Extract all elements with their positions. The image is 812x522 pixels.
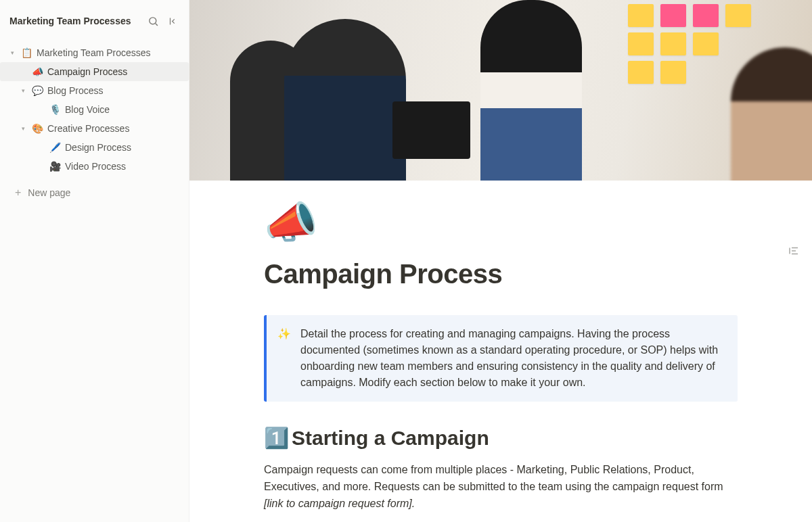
sidebar: Marketing Team Processes ▾ 📋 Marketing T… <box>0 0 189 522</box>
microphone-icon: 🎙️ <box>49 104 61 115</box>
new-page-label: New page <box>28 187 70 198</box>
sidebar-item-label: Blog Voice <box>65 104 182 115</box>
speech-bubble-icon: 💬 <box>31 85 43 96</box>
sidebar-item-campaign-process[interactable]: 📣 Campaign Process <box>0 62 189 81</box>
sidebar-item-design-process[interactable]: 🖊️ Design Process <box>0 138 189 157</box>
megaphone-icon: 📣 <box>31 66 43 77</box>
chevron-down-icon[interactable]: ▾ <box>19 87 27 94</box>
pen-icon: 🖊️ <box>49 142 61 153</box>
sidebar-item-creative-processes[interactable]: ▾ 🎨 Creative Processes <box>0 119 189 138</box>
outline-toggle-icon[interactable] <box>788 245 800 260</box>
sidebar-item-label: Marketing Team Processes <box>37 47 182 58</box>
callout-text: Detail the process for creating and mana… <box>300 326 725 391</box>
collapse-sidebar-icon[interactable] <box>167 15 179 27</box>
sidebar-item-label: Video Process <box>65 161 182 172</box>
section-heading-text: Starting a Campaign <box>292 427 489 450</box>
main-content: 📣 Campaign Process ✨ Detail the process … <box>189 0 812 522</box>
section-body[interactable]: Campaign requests can come from multiple… <box>264 462 738 512</box>
sidebar-nav: ▾ 📋 Marketing Team Processes 📣 Campaign … <box>0 37 189 204</box>
camera-icon: 🎥 <box>49 161 61 172</box>
page-icon[interactable]: 📣 <box>264 201 738 244</box>
keycap-one-icon: 1️⃣ <box>264 426 289 450</box>
svg-point-0 <box>149 17 156 24</box>
sidebar-item-blog-voice[interactable]: 🎙️ Blog Voice <box>0 100 189 119</box>
page-body: 📣 Campaign Process ✨ Detail the process … <box>264 201 738 522</box>
chevron-down-icon[interactable]: ▾ <box>8 49 16 56</box>
palette-icon: 🎨 <box>31 123 43 134</box>
section-heading-starting[interactable]: 1️⃣ Starting a Campaign <box>264 426 738 450</box>
sidebar-item-label: Creative Processes <box>47 123 182 134</box>
sidebar-item-video-process[interactable]: 🎥 Video Process <box>0 157 189 176</box>
sidebar-item-label: Campaign Process <box>47 66 182 77</box>
sidebar-item-label: Blog Process <box>47 85 182 96</box>
plus-icon: + <box>15 187 21 199</box>
page-title[interactable]: Campaign Process <box>264 259 738 289</box>
sidebar-item-blog-process[interactable]: ▾ 💬 Blog Process <box>0 81 189 100</box>
sidebar-actions <box>147 15 179 27</box>
placeholder-link-text: [link to campaign request form]. <box>264 498 415 509</box>
sidebar-item-label: Design Process <box>65 142 182 153</box>
search-icon[interactable] <box>147 15 159 27</box>
sidebar-header: Marketing Team Processes <box>0 0 189 37</box>
new-page-button[interactable]: + New page <box>0 181 189 204</box>
clipboard-icon: 📋 <box>20 47 32 58</box>
sparkles-icon: ✨ <box>277 326 291 391</box>
cover-image[interactable] <box>189 0 812 181</box>
svg-line-1 <box>155 23 157 25</box>
paragraph-text: Campaign requests can come from multiple… <box>264 464 723 492</box>
sidebar-item-marketing-team-processes[interactable]: ▾ 📋 Marketing Team Processes <box>0 43 189 62</box>
callout-block[interactable]: ✨ Detail the process for creating and ma… <box>264 315 738 402</box>
chevron-down-icon[interactable]: ▾ <box>19 125 27 132</box>
workspace-title[interactable]: Marketing Team Processes <box>9 16 131 26</box>
